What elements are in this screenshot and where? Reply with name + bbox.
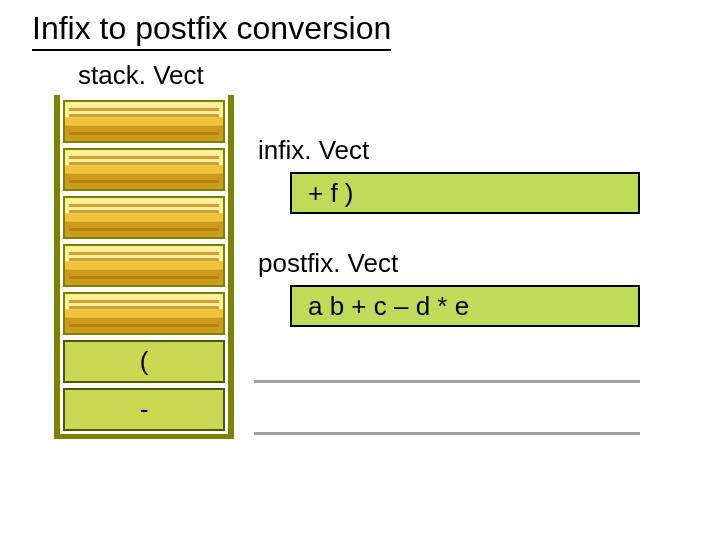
stack-slot <box>63 196 225 239</box>
stack-slot-text <box>65 294 223 333</box>
postfix-box: a b + c – d * e <box>290 285 640 327</box>
stack-slot: - <box>63 388 225 431</box>
stack-slot <box>63 100 225 143</box>
page-title: Infix to postfix conversion <box>32 10 391 51</box>
stack-slot: ( <box>63 340 225 383</box>
stack-slot <box>63 148 225 191</box>
stack-container: ( - <box>60 98 228 434</box>
postfix-label: postfix. Vect <box>258 248 398 279</box>
stack-label: stack. Vect <box>78 60 204 91</box>
stack-slot-text <box>65 246 223 285</box>
stack-slot <box>63 244 225 287</box>
infix-box: + f ) <box>290 172 640 214</box>
stack-bottom <box>54 434 234 439</box>
divider-line <box>254 432 640 435</box>
stack-slot-text <box>65 102 223 141</box>
postfix-value: a b + c – d * e <box>308 291 469 322</box>
stack-slot-text: - <box>65 390 223 429</box>
stack-wall-right <box>228 95 234 437</box>
stack-slot <box>63 292 225 335</box>
stack-slot-text <box>65 150 223 189</box>
infix-label: infix. Vect <box>258 135 369 166</box>
infix-value: + f ) <box>308 178 354 209</box>
divider-line <box>254 380 640 383</box>
stack-slot-text: ( <box>65 342 223 381</box>
stack-slot-text <box>65 198 223 237</box>
